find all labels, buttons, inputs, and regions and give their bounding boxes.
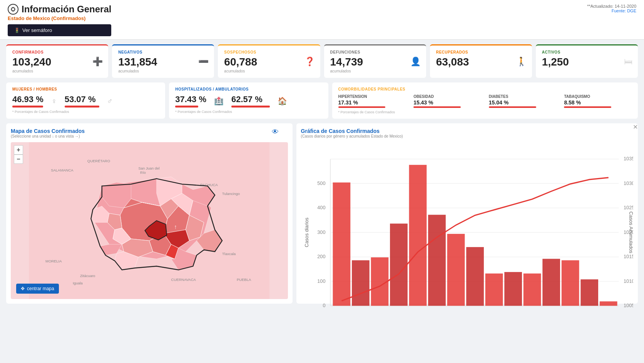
amb-bar xyxy=(231,106,270,108)
bar-3 xyxy=(390,224,408,306)
female-item: 46.93 % xyxy=(12,94,43,108)
comorbidity-label: COMORBILIDADES PRINCIPALES xyxy=(338,87,632,91)
comorbidity-note: * Porcentajes de Casos Confirmados xyxy=(338,110,632,114)
page-header: Información General Estado de Mexico (Co… xyxy=(0,0,644,40)
stat-value-recuperados: 63,083 xyxy=(436,56,526,68)
bar-8 xyxy=(485,274,503,306)
stat-card-defunciones: DEFUNCIONES 14,739 acumulados 👤 xyxy=(324,44,426,78)
svg-text:Tlaxcala: Tlaxcala xyxy=(222,252,236,256)
stat-label-negativos: NEGATIVOS xyxy=(118,50,208,54)
semaforo-icon: 🚦 xyxy=(14,27,20,33)
stat-icon-confirmados: ➕ xyxy=(92,57,103,67)
stat-value-activos: 1,250 xyxy=(542,56,632,68)
svg-text:Iguala: Iguala xyxy=(73,281,83,285)
stat-card-negativos: NEGATIVOS 131,854 acumulados ➖ xyxy=(112,44,214,78)
chart-area: 0 100 200 300 400 500 100500 101000 1015… xyxy=(301,144,633,308)
stats-row: CONFIRMADOS 103,240 acumulados ➕ NEGATIV… xyxy=(0,40,644,82)
hospital-card: HOSPITALIZADOS / AMBULATORIOS 37.43 % 🏥 … xyxy=(169,82,328,119)
comorbidity-item-obesidad: OBESIDAD 15.43 % xyxy=(413,94,481,108)
stat-label-recuperados: RECUPERADOS xyxy=(436,50,526,54)
zoom-in-button[interactable]: + xyxy=(14,145,23,155)
hosp-bar xyxy=(175,106,198,108)
comorbidity-card: COMORBILIDADES PRINCIPALES HIPERTENSION … xyxy=(332,82,638,119)
chart-header: Gráfica de Casos Confirmados (Casos diar… xyxy=(301,128,633,141)
svg-text:103500: 103500 xyxy=(624,156,633,161)
gender-note: * Porcentajes de Casos Confirmados xyxy=(12,110,159,114)
svg-text:Río: Río xyxy=(140,170,146,175)
gender-card: MUJERES / HOMBRES 46.93 % ♀ 53.07 % ♂ * … xyxy=(6,82,165,119)
logo-icon xyxy=(8,4,18,15)
stat-sub-negativos: acumulados xyxy=(118,69,208,73)
close-chart-button[interactable]: ✕ xyxy=(633,123,638,131)
stat-icon-sospechosos: ❓ xyxy=(304,57,315,67)
chart-card: Gráfica de Casos Confirmados (Casos diar… xyxy=(296,123,638,304)
chart-subtitle: (Casos diarios por género y acumulados E… xyxy=(301,134,633,138)
bar-0 xyxy=(333,183,350,306)
bar-9 xyxy=(504,272,522,306)
stat-value-confirmados: 103,240 xyxy=(12,56,102,68)
center-map-button[interactable]: ✥ centrar mapa xyxy=(16,284,59,294)
svg-text:103000: 103000 xyxy=(624,181,633,186)
semaforo-button[interactable]: 🚦 Ver semáforo xyxy=(8,24,111,36)
map-card: Mapa de Casos Confirmados (Seleccione un… xyxy=(6,123,293,304)
map-svg: SALAMANCA QUERÉTARO San Juan del Río PAC… xyxy=(11,142,288,299)
chart-svg: 0 100 200 300 400 500 100500 101000 1015… xyxy=(301,144,633,308)
hosp-item: 37.43 % xyxy=(175,94,206,108)
comorbidity-item-tabaquismo: TABAQUISMO 8.58 % xyxy=(564,94,632,108)
female-bar xyxy=(12,106,43,108)
hospital-label: HOSPITALIZADOS / AMBULATORIOS xyxy=(175,87,322,91)
stat-icon-defunciones: 👤 xyxy=(410,57,421,67)
male-pct: 53.07 % xyxy=(65,94,99,104)
svg-text:PACHUCA: PACHUCA xyxy=(200,183,218,187)
svg-text:101000: 101000 xyxy=(624,279,633,284)
stat-icon-recuperados: 🚶 xyxy=(516,57,527,67)
map-zoom-controls: + − xyxy=(14,145,23,164)
stat-value-defunciones: 14,739 xyxy=(330,56,420,68)
svg-text:500: 500 xyxy=(317,181,325,186)
header-right: **Actualizado: 14-11-2020 Fuente: DGE xyxy=(587,4,636,13)
center-icon: ✥ xyxy=(21,286,25,291)
zoom-out-button[interactable]: − xyxy=(14,155,23,164)
source-text: Fuente: DGE xyxy=(587,8,636,13)
header-left: Información General Estado de Mexico (Co… xyxy=(8,4,111,36)
updated-text: **Actualizado: 14-11-2020 xyxy=(587,4,636,8)
female-icon: ♀ xyxy=(51,97,57,106)
svg-text:MORELIA: MORELIA xyxy=(45,259,62,263)
svg-text:San Juan del: San Juan del xyxy=(138,166,159,170)
svg-text:100500: 100500 xyxy=(624,303,633,308)
svg-text:102500: 102500 xyxy=(624,205,633,210)
male-icon: ♂ xyxy=(107,97,113,106)
gender-values: 46.93 % ♀ 53.07 % ♂ xyxy=(12,94,159,108)
stat-value-negativos: 131,854 xyxy=(118,56,208,68)
stat-value-sospechosos: 60,788 xyxy=(224,56,314,68)
comorbidity-item-diabetes: DIABETES 15.04 % xyxy=(489,94,557,108)
bar-10 xyxy=(523,274,541,306)
hosp-pct: 37.43 % xyxy=(175,94,206,104)
stat-card-confirmados: CONFIRMADOS 103,240 acumulados ➕ xyxy=(6,44,108,78)
ambulatory-icon: 🏠 xyxy=(278,96,287,106)
bar-14 xyxy=(599,301,617,306)
bar-6 xyxy=(447,234,465,306)
stat-label-confirmados: CONFIRMADOS xyxy=(12,50,102,54)
bar-4 xyxy=(409,165,427,306)
male-item: 53.07 % xyxy=(65,94,99,108)
svg-text:400: 400 xyxy=(317,205,325,210)
svg-text:↑: ↑ xyxy=(174,224,177,230)
male-bar xyxy=(65,106,99,108)
stat-card-sospechosos: SOSPECHOSOS 60,788 acumulados ❓ xyxy=(218,44,320,78)
svg-text:0: 0 xyxy=(323,303,325,308)
gender-label: MUJERES / HOMBRES xyxy=(12,87,159,91)
stat-sub-sospechosos: acumulados xyxy=(224,69,314,73)
bar-7 xyxy=(466,247,484,306)
svg-text:Zitácuaro: Zitácuaro xyxy=(80,274,95,278)
bar-1 xyxy=(352,260,370,306)
bar-11 xyxy=(542,259,560,306)
svg-text:QUERÉTARO: QUERÉTARO xyxy=(87,159,110,163)
svg-text:101500: 101500 xyxy=(624,254,633,259)
stat-card-activos: ACTIVOS 1,250 🛏 xyxy=(536,44,638,78)
eye-button[interactable]: 👁 xyxy=(272,128,279,136)
hospital-values: 37.43 % 🏥 62.57 % 🏠 xyxy=(175,94,322,108)
bar-13 xyxy=(580,279,598,306)
svg-text:100: 100 xyxy=(317,279,325,284)
map-container: + − SALAMANCA QUERÉTARO San Juan del Río… xyxy=(11,142,288,299)
